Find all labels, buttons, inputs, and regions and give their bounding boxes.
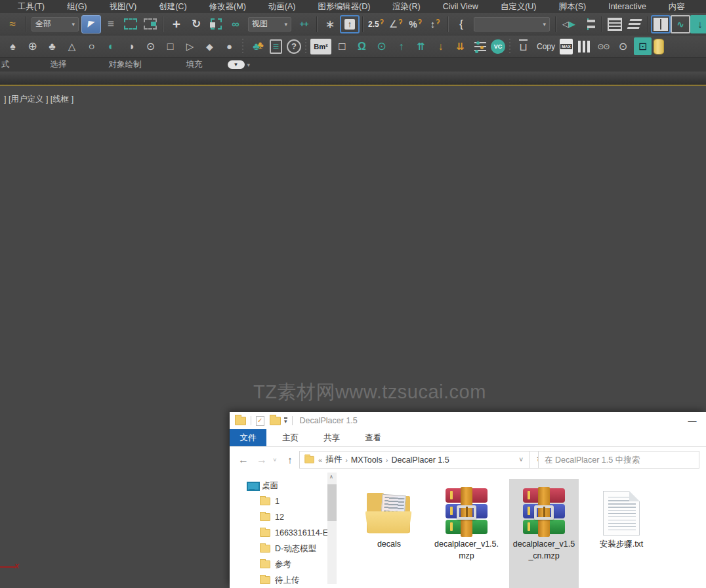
tab-selection[interactable]: 选择 xyxy=(45,59,72,70)
select-and-manipulate-button[interactable] xyxy=(320,15,340,33)
angle-snap-toggle[interactable]: ʔ xyxy=(386,15,405,33)
tab-object-paint[interactable]: 对象绘制 xyxy=(104,59,147,70)
file-item-decalplacer-mzp[interactable]: decalplacer_v1.5.mzp xyxy=(432,479,501,588)
menu-customize[interactable]: 自定义(U) xyxy=(489,1,548,12)
breadcrumb-plugins[interactable]: 插件 xyxy=(325,454,342,465)
render-dock-button[interactable] xyxy=(690,15,706,33)
bulb-icon[interactable] xyxy=(614,37,632,55)
menu-group[interactable]: 组(G) xyxy=(56,1,98,12)
use-pivot-center-button[interactable] xyxy=(294,15,314,33)
menu-help[interactable]: 帮助 xyxy=(696,1,706,12)
chevron-down-icon[interactable]: ▾ xyxy=(247,62,251,68)
rectangular-selection-region-button[interactable] xyxy=(121,15,140,33)
curve-editor-button[interactable] xyxy=(671,15,690,33)
cylinder-icon[interactable] xyxy=(654,39,664,54)
tab-populate[interactable]: 填充 xyxy=(181,59,208,70)
tree-outline-icon[interactable] xyxy=(63,37,81,55)
help-circle-icon[interactable] xyxy=(287,39,301,54)
select-object-button[interactable] xyxy=(81,15,101,33)
breadcrumb-decalplacer[interactable]: DecalPlacer 1.5 xyxy=(391,455,449,465)
tab-freeform-clipped[interactable]: 式 xyxy=(0,59,15,70)
menu-tools[interactable]: 工具(T) xyxy=(7,1,56,12)
menu-scripting[interactable]: 脚本(S) xyxy=(548,1,598,12)
address-chevron-icon[interactable]: ˅ xyxy=(516,456,526,463)
file-item-decalplacer-cn-mzp[interactable]: decalplacer_v1.5_cn.mzp xyxy=(509,479,579,588)
menu-rendering[interactable]: 渲染(R) xyxy=(381,1,431,12)
forest-icon[interactable] xyxy=(4,37,22,55)
minimize-button[interactable]: — xyxy=(681,412,703,429)
explorer-titlebar[interactable]: ▾ DecalPlacer 1.5 — xyxy=(230,412,706,429)
qat-new-folder-icon[interactable] xyxy=(270,417,281,425)
teapot-icon[interactable] xyxy=(220,37,238,55)
selection-filter-dropdown[interactable]: 全部 ▾ xyxy=(31,17,79,32)
fire-ring-icon[interactable] xyxy=(83,37,100,55)
panel-window-icon[interactable] xyxy=(161,37,179,55)
breadcrumb-overflow-icon[interactable]: « xyxy=(318,456,322,464)
vc-sphere-icon[interactable] xyxy=(491,39,505,54)
ribbon-toggle-button[interactable] xyxy=(651,15,671,33)
tab-view[interactable]: 查看 xyxy=(356,429,390,446)
keyboard-shortcut-override-toggle[interactable] xyxy=(340,15,360,33)
recent-locations-chevron-icon[interactable]: ˅ xyxy=(270,447,280,472)
select-by-name-button[interactable] xyxy=(101,15,121,33)
delete-trash-button[interactable] xyxy=(514,37,532,55)
edit-named-selection-sets-button[interactable] xyxy=(451,15,471,33)
menu-interactive[interactable]: Interactive xyxy=(597,2,657,11)
copy-button[interactable]: Copy xyxy=(534,37,558,55)
tab-file[interactable]: 文件 xyxy=(230,429,266,446)
menu-modifiers[interactable]: 修改器(M) xyxy=(198,1,257,12)
document-lines-icon[interactable] xyxy=(267,37,285,55)
select-and-scale-button[interactable] xyxy=(206,15,226,33)
tab-share[interactable]: 共享 xyxy=(314,429,349,446)
columns-icon[interactable] xyxy=(575,37,592,55)
play-window-icon[interactable] xyxy=(181,37,199,55)
qat-customize-chevron-icon[interactable]: ▾ xyxy=(284,417,287,424)
dual-bulb-icon[interactable] xyxy=(594,37,612,55)
disc-download-icon[interactable] xyxy=(432,37,449,55)
window-crossing-toggle[interactable] xyxy=(140,15,160,33)
sidebar-item-reference[interactable]: 参考 xyxy=(230,556,339,572)
light-bulb-gear-icon[interactable] xyxy=(142,37,159,55)
scene-explorer-toggle[interactable] xyxy=(605,15,625,33)
sliders-icon[interactable] xyxy=(471,37,489,55)
file-item-install-steps-txt[interactable]: 安装步骤.txt xyxy=(587,479,656,588)
menu-create[interactable]: 创建(C) xyxy=(148,1,197,12)
bm2-button[interactable]: Bm² xyxy=(310,39,331,54)
sidebar-item-to-upload[interactable]: 待上传 xyxy=(230,572,339,588)
max-file-icon[interactable] xyxy=(560,39,573,54)
sidebar-scrollbar[interactable] xyxy=(327,472,337,584)
menu-animation[interactable]: 动画(A) xyxy=(257,1,307,12)
spinner-snap-toggle[interactable]: ʔ xyxy=(425,15,445,33)
select-and-move-button[interactable] xyxy=(167,15,186,33)
qat-properties-icon[interactable] xyxy=(256,416,264,426)
viewport-label[interactable]: ] [用户定义 ] [线框 ] xyxy=(4,94,73,105)
vr-headset-icon[interactable] xyxy=(353,37,371,55)
select-and-link-icon[interactable] xyxy=(3,15,22,33)
select-and-rotate-button[interactable] xyxy=(186,15,206,33)
search-input[interactable] xyxy=(538,451,699,469)
quad-view-icon[interactable] xyxy=(201,37,218,55)
webcam-icon[interactable] xyxy=(373,37,390,55)
file-item-decals[interactable]: decals xyxy=(354,479,424,588)
menu-graph-editors[interactable]: 图形编辑器(D) xyxy=(306,1,381,12)
breadcrumb-mxtools[interactable]: MXTools xyxy=(351,455,383,465)
palette-icon[interactable] xyxy=(122,37,140,55)
sidebar-item-1[interactable]: 1 xyxy=(230,494,339,509)
disc-upload-icon[interactable] xyxy=(392,37,410,55)
sidebar-item-1663316114[interactable]: 1663316114-E xyxy=(230,525,339,541)
sidebar-item-12[interactable]: 12 xyxy=(230,509,339,525)
menu-views[interactable]: 视图(V) xyxy=(98,1,148,12)
tab-home[interactable]: 主页 xyxy=(273,429,308,446)
select-and-place-icon[interactable] xyxy=(226,15,245,33)
snaps-toggle-button[interactable]: 2.5 ʔ xyxy=(366,15,386,33)
machine-window-icon[interactable] xyxy=(634,37,652,55)
layer-explorer-toggle[interactable] xyxy=(625,15,644,33)
forward-button[interactable]: → xyxy=(253,447,270,472)
ribbon-minimize-pill[interactable]: ▼ xyxy=(228,60,245,69)
trees-icon[interactable] xyxy=(247,37,265,55)
list-upload-icon[interactable] xyxy=(412,37,430,55)
map-stack-icon[interactable] xyxy=(102,37,120,55)
align-button[interactable] xyxy=(579,15,598,33)
sidebar-item-dynamic-models[interactable]: D-动态模型 xyxy=(230,541,339,556)
mirror-button[interactable] xyxy=(559,15,579,33)
